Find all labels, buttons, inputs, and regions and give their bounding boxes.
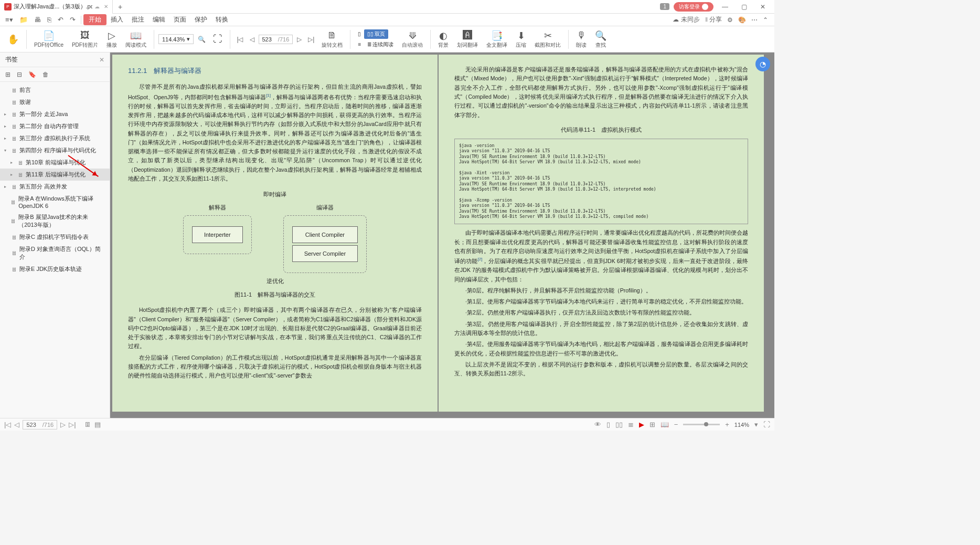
redo-icon[interactable]: ↷ bbox=[67, 16, 79, 24]
continuous-double[interactable]: ≣ 连续阅读 bbox=[364, 40, 397, 49]
last-page-button[interactable]: ▷| bbox=[306, 36, 316, 43]
tree-item[interactable]: 🗏附录C 虚拟机字节码指令表 bbox=[0, 231, 110, 243]
status-prev-page[interactable]: ◁ bbox=[14, 421, 19, 428]
tree-item[interactable]: ▸🗏第三部分 虚拟机执行子系统 bbox=[0, 132, 110, 144]
zoom-out-icon[interactable]: 🔍 bbox=[196, 36, 208, 43]
tree-item[interactable]: 🗏附录B 展望Java技术的未来（2013年版） bbox=[0, 211, 110, 231]
print-icon[interactable]: 🖶 bbox=[31, 16, 44, 24]
tree-item[interactable]: 🗏附录D 对象查询语言（OQL）简介 bbox=[0, 243, 110, 263]
menu-page[interactable]: 页面 bbox=[169, 15, 190, 24]
menu-edit[interactable]: 编辑 bbox=[148, 15, 169, 24]
hand-tool[interactable]: ✋ bbox=[4, 34, 22, 45]
status-zoom-out[interactable]: − bbox=[674, 421, 678, 428]
menu-protect[interactable]: 保护 bbox=[190, 15, 211, 24]
status-read-icon[interactable]: 📖 bbox=[661, 421, 669, 428]
status-outline-icon[interactable]: ▤ bbox=[94, 421, 101, 428]
share-button[interactable]: ⫴ 分享 bbox=[705, 15, 722, 24]
tree-item[interactable]: 🗏前言 bbox=[0, 84, 110, 96]
zoom-slider[interactable] bbox=[683, 424, 720, 425]
login-button[interactable]: 访客登录 bbox=[674, 2, 713, 12]
collapse-all-icon[interactable]: ⊟ bbox=[17, 71, 22, 78]
menu-convert[interactable]: 转换 bbox=[211, 15, 232, 24]
sidebar-close[interactable]: ✕ bbox=[99, 56, 104, 64]
tool-pdf-office[interactable]: 📄PDF转Office bbox=[31, 30, 67, 49]
expand-all-icon[interactable]: ⊞ bbox=[5, 71, 10, 78]
tree-item[interactable]: 🗏附录E JDK历史版本轨迹 bbox=[0, 263, 110, 275]
tool-full-translate[interactable]: 📑全文翻译 bbox=[483, 30, 510, 49]
status-double-icon[interactable]: ▯▯ bbox=[615, 421, 623, 428]
tree-item[interactable]: ▸🗏第一部分 走近Java bbox=[0, 108, 110, 120]
status-last-page[interactable]: ▷| bbox=[69, 421, 76, 428]
tool-read-aloud[interactable]: 🎙朗读 bbox=[573, 30, 590, 49]
close-button[interactable]: ✕ bbox=[755, 3, 770, 11]
status-fullscreen-icon[interactable]: ⛶ bbox=[763, 421, 770, 428]
minimize-button[interactable]: — bbox=[718, 3, 732, 11]
status-page-current[interactable]: 523 bbox=[23, 421, 39, 429]
document-view[interactable]: ◔ 11.2.1 解释器与编译器 尽管并不是所有的Java虚拟机都采用解释器与编… bbox=[110, 53, 774, 418]
tree-item[interactable]: ▸🗏第二部分 自动内存管理 bbox=[0, 120, 110, 132]
expand-icon[interactable]: ▸ bbox=[10, 160, 16, 165]
status-play-icon[interactable]: ▶ bbox=[639, 421, 644, 428]
tree-item[interactable]: 🗏附录A 在Windows系统下编译OpenJDK 6 bbox=[0, 193, 110, 211]
menu-comment[interactable]: 批注 bbox=[127, 15, 148, 24]
tool-play[interactable]: ▷播放 bbox=[103, 30, 120, 49]
tool-pdf-image[interactable]: 🖼PDF转图片 bbox=[69, 30, 101, 49]
tool-screenshot[interactable]: ✂截图和对比 bbox=[531, 30, 564, 49]
delete-icon[interactable]: 🗑 bbox=[42, 71, 49, 78]
tree-item[interactable]: 🗏致谢 bbox=[0, 96, 110, 108]
float-assistant-button[interactable]: ◔ bbox=[755, 57, 770, 71]
first-page-button[interactable]: |◁ bbox=[235, 36, 245, 43]
continuous-single[interactable]: ≡ bbox=[355, 40, 364, 49]
tool-fit[interactable]: ⛶ bbox=[210, 34, 226, 45]
page-current[interactable]: 523 bbox=[259, 35, 275, 44]
expand-icon[interactable]: ▸ bbox=[10, 172, 16, 177]
open-icon[interactable]: 📁 bbox=[16, 16, 31, 24]
tree-item[interactable]: ▸🗏第11章 后端编译与优化 bbox=[0, 169, 110, 181]
collapse-icon[interactable]: ⌃ bbox=[763, 16, 768, 24]
tool-find[interactable]: 🔍查找 bbox=[592, 30, 610, 49]
double-page-view[interactable]: ▯▯ 双页 bbox=[364, 29, 388, 39]
status-zoom-value[interactable]: 114% bbox=[734, 422, 749, 428]
status-bookmark-icon[interactable]: 🗏 bbox=[84, 421, 91, 428]
tool-compress[interactable]: ⬇压缩 bbox=[513, 30, 529, 49]
prev-page-button[interactable]: ◁ bbox=[248, 36, 257, 43]
tool-rotate[interactable]: 🗎旋转文档 bbox=[318, 30, 346, 49]
export-icon[interactable]: ⎘ bbox=[44, 16, 55, 24]
bookmark-icon[interactable]: 🔖 bbox=[28, 71, 36, 78]
settings-icon[interactable]: ⚙ bbox=[727, 16, 733, 24]
skin-icon[interactable]: 🎨 bbox=[738, 16, 746, 24]
menu-dropdown-icon[interactable]: ≡▾ bbox=[2, 16, 16, 24]
status-next-page[interactable]: ▷ bbox=[60, 421, 66, 428]
menu-insert[interactable]: 插入 bbox=[106, 15, 127, 24]
menu-start[interactable]: 开始 bbox=[83, 14, 106, 25]
badge-count[interactable]: 1 bbox=[660, 3, 669, 10]
status-continuous-icon[interactable]: ≣ bbox=[628, 421, 634, 428]
tool-read-mode[interactable]: 📖阅读模式 bbox=[122, 30, 150, 49]
expand-icon[interactable]: ▸ bbox=[4, 136, 9, 141]
tree-item[interactable]: ▸🗏第10章 前端编译与优化 bbox=[0, 156, 110, 169]
tab-close[interactable]: ✕ bbox=[104, 4, 108, 9]
add-tab-button[interactable]: + bbox=[113, 3, 127, 11]
document-tab[interactable]: P 深入理解Java虚...（第3版）.pdf ☁ ✕ bbox=[0, 0, 113, 14]
tree-item[interactable]: ▸🗏第五部分 高效并发 bbox=[0, 181, 110, 193]
tool-auto-scroll[interactable]: ⟱自动滚动 bbox=[399, 30, 426, 49]
undo-icon[interactable]: ↶ bbox=[55, 16, 67, 24]
more-icon[interactable]: ⋯ bbox=[751, 16, 758, 24]
status-first-page[interactable]: |◁ bbox=[4, 421, 11, 428]
status-single-icon[interactable]: ▯ bbox=[606, 421, 610, 428]
maximize-button[interactable]: ▢ bbox=[737, 3, 751, 11]
expand-icon[interactable]: ▸ bbox=[4, 124, 9, 129]
status-dropdown-icon[interactable]: ▾ bbox=[754, 421, 758, 428]
tool-background[interactable]: ◐背景 bbox=[435, 30, 452, 49]
expand-icon[interactable]: ▾ bbox=[4, 148, 9, 153]
tool-mark-translate[interactable]: 🅰划词翻译 bbox=[454, 30, 481, 49]
status-grid-icon[interactable]: ⊞ bbox=[649, 421, 655, 428]
expand-icon[interactable]: ▸ bbox=[4, 184, 9, 189]
next-page-button[interactable]: ▷ bbox=[295, 36, 304, 43]
single-page-view[interactable]: ▯ bbox=[355, 29, 364, 39]
zoom-level[interactable]: 114.43% ▾ bbox=[158, 34, 194, 44]
status-eye-icon[interactable]: 👁 bbox=[594, 421, 601, 428]
tree-item[interactable]: ▾🗏第四部分 程序编译与代码优化 bbox=[0, 144, 110, 156]
expand-icon[interactable]: ▸ bbox=[4, 112, 9, 117]
status-zoom-in[interactable]: + bbox=[725, 421, 729, 428]
